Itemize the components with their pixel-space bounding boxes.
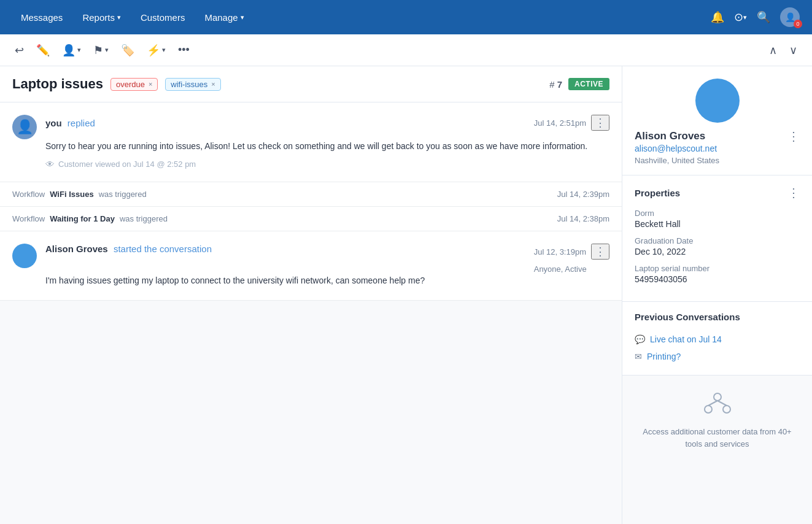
prev-conv-chat-label: Live chat on Jul 14 [650,334,722,344]
help-icon: ⊙ [734,10,743,24]
conversation-number: # 7 [549,79,562,90]
prev-button[interactable]: ∧ [764,40,782,61]
avatar-initials: 👤 [785,12,795,22]
customer-email[interactable]: alison@helpscout.net [635,144,787,153]
property-dorm: Dorm Beckett Hall [635,209,800,229]
customer-message-body: I'm having issues getting my laptop to c… [45,274,609,287]
workflow-prefix: Workflow [12,190,45,199]
customer-info: Alison Groves alison@helpscout.net Nashv… [635,130,787,165]
property-dorm-label: Dorm [635,209,800,218]
conversation-panel: Laptop issues overdue × wifi-issues × # … [0,66,622,524]
customer-avatar-wrap [635,79,800,123]
nav-manage-label: Manage [204,12,238,23]
svg-line-3 [708,401,717,406]
conversation-header: Laptop issues overdue × wifi-issues × # … [0,66,622,102]
workflow-time: Jul 14, 2:39pm [557,190,609,199]
tag-overdue[interactable]: overdue × [110,78,158,91]
flag-icon: ⚑ [93,44,103,57]
properties-more-button[interactable]: ⋮ [787,185,800,200]
svg-line-4 [717,401,727,406]
tag-overdue-close-icon[interactable]: × [149,80,152,88]
properties-section: Properties ⋮ Dorm Beckett Hall Graduatio… [622,175,812,302]
customer-name: Alison Groves [635,130,787,142]
nav-arrows: ∧ ∨ [764,40,802,61]
more-icon: ••• [178,44,190,56]
workflow-name-2[interactable]: Waiting for 1 Day [50,214,115,223]
conversation-title: Laptop issues [12,76,103,92]
back-button[interactable]: ↩ [10,40,29,61]
customer-message-more-button[interactable]: ⋮ [591,244,609,260]
message-sender: you replied [45,118,95,128]
workflow-name[interactable]: WiFi Issues [50,190,93,199]
search-button[interactable]: 🔍 [757,10,770,24]
help-chevron-icon: ▾ [743,13,747,21]
nav-customers[interactable]: Customers [132,7,194,28]
flag-button[interactable]: ⚑ ▾ [88,40,114,61]
viewed-text: Customer viewed on Jul 14 @ 2:52 pm [58,160,196,169]
down-arrow-icon: ∨ [789,44,797,57]
message-time: Jul 14, 2:51pm [534,118,586,128]
nav-right: 🔔 ⊙ ▾ 🔍 👤 0 [711,7,800,27]
notifications-button[interactable]: 🔔 [711,10,724,24]
prev-conv-title: Previous Conversations [635,312,740,322]
nav-left: Messages Reports ▾ Customers Manage ▾ [12,7,711,28]
assign-button[interactable]: 👤 ▾ [57,40,86,61]
additional-data-section: Access additional customer data from 40+… [622,376,812,462]
workflow-prefix-2: Workflow [12,214,45,223]
nav-manage[interactable]: Manage ▾ [196,7,252,28]
tag-wifi-close-icon[interactable]: × [211,80,215,88]
message-sub-time: Anyone, Active [534,264,587,274]
customer-location: Nashville, United States [635,156,787,165]
prev-conv-email-label: Printing? [647,352,681,361]
status-badge: ACTIVE [568,78,609,90]
nav-messages[interactable]: Messages [12,7,71,28]
message-reply: 👤 you replied Jul 14, 2:51pm ⋮ [0,102,622,182]
help-button[interactable]: ⊙ ▾ [734,10,747,24]
next-button[interactable]: ∨ [784,40,802,61]
workflow-event-1: Workflow WiFi Issues was triggered Jul 1… [0,182,622,207]
workflow-suffix: was triggered [99,190,147,199]
customer-more-button[interactable]: ⋮ [787,130,800,142]
reports-chevron-icon: ▾ [117,13,121,21]
customer-avatar-large [695,79,740,123]
workflow-suffix-2: was triggered [120,214,168,223]
toolbar: ↩ ✏️ 👤 ▾ ⚑ ▾ 🏷️ ⚡ ▾ ••• ∧ ∨ [0,34,812,66]
tag-overdue-label: overdue [116,80,145,89]
property-dorm-value: Beckett Hall [635,219,800,229]
prev-conv-header: Previous Conversations [635,312,800,322]
svg-point-0 [714,393,721,401]
right-sidebar: Alison Groves alison@helpscout.net Nashv… [622,66,812,524]
message-more-button[interactable]: ⋮ [591,115,609,131]
customer-message: Alison Groves started the conversation J… [0,231,622,300]
compose-icon: ✏️ [36,44,50,57]
customer-avatar [12,244,37,268]
workflow-time-2: Jul 14, 2:38pm [557,214,609,223]
properties-header: Properties ⋮ [635,185,800,200]
integration-icon-wrap [635,388,800,418]
assign-icon: 👤 [62,44,75,57]
nav-reports[interactable]: Reports ▾ [74,7,130,28]
customer-message-time: Jul 12, 3:19pm [534,247,586,256]
prev-conv-email[interactable]: ✉ Printing? [635,348,800,365]
customer-card-header: Alison Groves alison@helpscout.net Nashv… [635,130,800,165]
back-icon: ↩ [15,44,24,57]
property-serial-value: 54959403056 [635,274,800,284]
compose-button[interactable]: ✏️ [31,40,55,61]
sender-avatar: 👤 [12,115,37,139]
conv-header-right: # 7 ACTIVE [549,78,609,90]
workflow-left-2: Workflow Waiting for 1 Day was triggered [12,214,168,223]
tag-button[interactable]: 🏷️ [116,40,139,61]
svg-point-2 [723,406,730,413]
customer-sender: Alison Groves started the conversation [45,244,212,254]
integration-icon [702,388,733,418]
top-nav: Messages Reports ▾ Customers Manage ▾ 🔔 … [0,0,812,34]
svg-point-1 [705,406,712,413]
lightning-button[interactable]: ⚡ ▾ [142,40,171,61]
more-button[interactable]: ••• [173,40,195,60]
up-arrow-icon: ∧ [769,44,777,57]
flag-chevron-icon: ▾ [105,46,109,54]
additional-text: Access additional customer data from 40+… [635,426,800,450]
user-avatar[interactable]: 👤 0 [780,7,800,27]
tag-wifi[interactable]: wifi-issues × [165,78,220,91]
prev-conv-chat[interactable]: 💬 Live chat on Jul 14 [635,331,800,348]
